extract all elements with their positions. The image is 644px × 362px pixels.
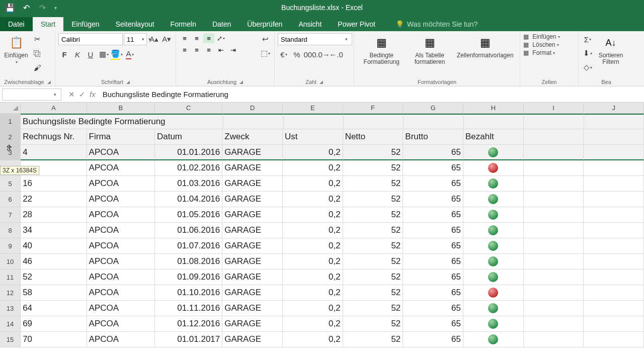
increase-font-icon[interactable]: A▴ [148,33,159,45]
cell[interactable]: 52 [343,176,404,192]
decrease-indent-icon[interactable]: ⇤ [215,45,226,55]
cell[interactable]: APCOA [87,145,155,160]
cell[interactable]: GARAGE [222,269,283,285]
cell[interactable]: 0,2 [283,176,343,192]
cell[interactable] [156,114,223,129]
row-header[interactable]: 15 [0,332,21,347]
cell[interactable]: 0,2 [283,238,343,254]
cell[interactable]: 52 [21,269,87,285]
cell[interactable] [584,285,644,301]
cell[interactable]: APCOA [87,285,155,301]
cell[interactable] [463,223,524,238]
cell[interactable]: GARAGE [222,207,283,223]
cell[interactable] [584,114,644,129]
cell[interactable] [524,316,584,332]
tab-formulas[interactable]: Formeln [163,17,204,31]
cell[interactable] [584,332,644,347]
cell[interactable]: 01.06.2016 [155,223,222,238]
spreadsheet-grid[interactable]: A B C D E F G H I J 1Buchungsliste Bedin… [0,103,644,347]
bold-button[interactable]: F [58,48,70,60]
cell[interactable] [463,145,524,160]
cell[interactable]: 52 [343,207,404,223]
cell[interactable]: 52 [343,332,404,347]
cell[interactable]: 65 [403,301,463,316]
cell[interactable]: 01.07.2016 [155,238,222,254]
cell[interactable]: GARAGE [222,145,283,160]
cell[interactable]: APCOA [87,269,155,285]
cell[interactable]: 52 [343,316,404,332]
cut-icon[interactable]: ✂ [31,33,43,45]
wrap-text-icon[interactable]: ↩ [259,33,271,45]
cell[interactable]: 01.09.2016 [155,269,222,285]
cell[interactable] [463,285,524,301]
cell[interactable]: 28 [21,207,87,223]
cell[interactable]: 01.04.2016 [155,192,222,207]
cell[interactable] [584,269,644,285]
redo-icon[interactable]: ↷ [36,2,48,14]
cell[interactable]: 01.05.2016 [155,207,222,223]
cell[interactable] [524,114,584,129]
cell[interactable] [584,238,644,254]
cell[interactable]: 52 [343,285,404,301]
cell[interactable] [524,192,584,207]
cell[interactable] [463,192,524,207]
cell[interactable] [584,129,644,145]
cell[interactable]: Bezahlt [463,129,524,145]
cell[interactable] [584,316,644,332]
row-header[interactable]: 12 [0,285,21,301]
font-size-combo[interactable]: ▾ [124,33,147,45]
conditional-formatting-button[interactable]: ▦ Bedingte Formatierung [357,33,406,78]
save-icon[interactable]: 💾 [4,2,16,14]
cell[interactable]: GARAGE [222,238,283,254]
comma-icon[interactable]: 000 [304,48,316,60]
cell[interactable]: 65 [403,254,463,269]
cell[interactable] [524,145,584,160]
tab-view[interactable]: Ansicht [290,17,330,31]
dialog-launcher-icon[interactable]: ◢ [319,79,323,84]
cell[interactable]: 52 [343,145,404,160]
row-header[interactable]: 3 [0,145,21,160]
cell[interactable]: Netto [343,129,404,145]
row-header[interactable]: 6 [0,192,21,207]
cell[interactable]: 65 [403,316,463,332]
cell[interactable]: GARAGE [222,176,283,192]
cell[interactable]: 65 [403,269,463,285]
tab-data[interactable]: Daten [204,17,239,31]
dialog-launcher-icon[interactable]: ◢ [239,79,243,84]
cell[interactable]: 0,2 [283,269,343,285]
cell[interactable]: Datum [155,129,222,145]
cell[interactable]: Buchungsliste Bedingte Formatierung [21,114,88,129]
cell[interactable] [463,254,524,269]
cell[interactable]: 01.02.2016 [155,160,222,176]
cell[interactable] [463,160,524,176]
cell[interactable]: 0,2 [283,223,343,238]
align-right-icon[interactable]: ≡ [203,45,214,55]
dialog-launcher-icon[interactable]: ◢ [126,79,130,84]
cell[interactable] [584,223,644,238]
column-header[interactable]: A [21,103,87,114]
accounting-format-icon[interactable]: €▾ [278,48,290,60]
underline-button[interactable]: U [85,48,97,60]
cell[interactable]: 58 [21,285,87,301]
column-header[interactable]: H [463,103,524,114]
column-header[interactable]: J [584,103,644,114]
cell[interactable] [524,207,584,223]
cell[interactable] [463,332,524,347]
cell[interactable] [463,176,524,192]
font-name-combo[interactable]: ▾ [58,33,123,45]
cell[interactable]: 01.11.2016 [155,301,222,316]
cell[interactable]: GARAGE [222,223,283,238]
row-header[interactable]: 11 [0,269,21,285]
cell[interactable]: 0,2 [283,285,343,301]
row-header[interactable]: 2 [0,129,21,145]
cell[interactable] [584,254,644,269]
format-painter-icon[interactable]: 🖌 [31,61,43,73]
cell[interactable]: 52 [343,192,404,207]
cell[interactable]: 64 [21,301,87,316]
cell[interactable]: APCOA [87,160,155,176]
cell[interactable]: 22 [21,192,87,207]
autosum-icon[interactable]: Σ▾ [582,33,594,45]
cell[interactable]: 0,2 [283,207,343,223]
select-all-corner[interactable] [0,103,21,114]
cell[interactable]: 01.03.2016 [155,176,222,192]
